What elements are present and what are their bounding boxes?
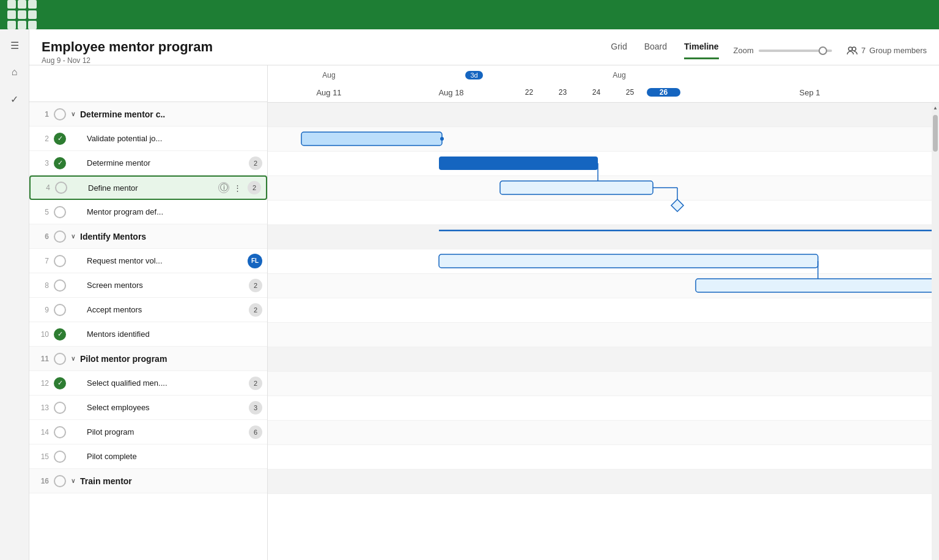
date-25: 25 bbox=[613, 88, 647, 97]
status-circle[interactable]: ✓ bbox=[54, 328, 66, 341]
project-title: Employee mentor program bbox=[42, 39, 213, 55]
task-row[interactable]: 14Pilot program6 bbox=[29, 420, 267, 444]
status-circle[interactable] bbox=[54, 206, 66, 218]
row-number: 8 bbox=[34, 281, 49, 290]
timeline-grid-row bbox=[268, 298, 939, 323]
group-members-button[interactable]: 7 Group members bbox=[847, 45, 927, 56]
timeline-grid-row bbox=[268, 103, 939, 127]
home-icon[interactable]: ⌂ bbox=[6, 64, 23, 81]
task-row[interactable]: 10✓Mentors identified bbox=[29, 322, 267, 347]
check-icon[interactable]: ✓ bbox=[6, 90, 23, 108]
status-circle[interactable] bbox=[54, 279, 66, 292]
status-circle[interactable] bbox=[54, 402, 66, 414]
task-row[interactable]: 13Select employees3 bbox=[29, 396, 267, 420]
chevron-icon[interactable]: ∨ bbox=[71, 111, 75, 117]
status-circle[interactable] bbox=[54, 353, 66, 365]
status-circle[interactable] bbox=[54, 108, 66, 120]
tab-timeline[interactable]: Timeline bbox=[684, 42, 719, 59]
info-icon[interactable]: ⓘ bbox=[218, 182, 229, 193]
badge: 2 bbox=[248, 181, 261, 194]
status-circle[interactable]: ✓ bbox=[54, 133, 66, 145]
status-circle[interactable] bbox=[54, 475, 66, 487]
zoom-thumb[interactable] bbox=[819, 46, 827, 55]
timeline-body: ▲ bbox=[268, 103, 939, 560]
chevron-icon[interactable]: ∨ bbox=[71, 355, 75, 362]
tab-board[interactable]: Board bbox=[644, 42, 667, 59]
badge: 2 bbox=[249, 157, 262, 170]
row-number: 5 bbox=[34, 208, 49, 216]
badge: 3 bbox=[249, 401, 262, 414]
task-row[interactable]: 8Screen mentors2 bbox=[29, 273, 267, 298]
row-number: 15 bbox=[34, 452, 49, 461]
row-number: 14 bbox=[34, 428, 49, 437]
status-circle[interactable] bbox=[54, 451, 66, 463]
row-number: 16 bbox=[34, 477, 49, 485]
badge: 6 bbox=[249, 426, 262, 439]
task-row[interactable]: 12✓Select qualified men....2 bbox=[29, 371, 267, 396]
date-aug18: Aug 18 bbox=[390, 88, 512, 97]
timeline-grid-row bbox=[268, 176, 939, 201]
task-row[interactable]: 9Accept mentors2 bbox=[29, 298, 267, 322]
timeline-grid-row bbox=[268, 421, 939, 445]
group-members-icon bbox=[847, 45, 858, 56]
badge: 2 bbox=[249, 279, 262, 292]
app-launcher-icon[interactable] bbox=[7, 0, 37, 29]
task-row[interactable]: 3✓Determine mentor2 bbox=[29, 151, 267, 175]
scrollbar-thumb[interactable] bbox=[933, 115, 938, 152]
status-circle[interactable] bbox=[54, 426, 66, 438]
task-name: Validate potential jo... bbox=[87, 134, 262, 143]
task-row[interactable]: 4Define mentorⓘ⋮2 bbox=[29, 175, 267, 200]
zoom-slider[interactable] bbox=[759, 50, 832, 52]
svg-point-1 bbox=[852, 47, 856, 51]
task-name: Determine mentor bbox=[87, 158, 244, 168]
row-number: 1 bbox=[34, 110, 49, 119]
timeline-grid-row bbox=[268, 396, 939, 421]
task-name: Pilot mentor program bbox=[80, 354, 262, 364]
chevron-icon[interactable]: ∨ bbox=[71, 233, 75, 240]
task-row[interactable]: 5Mentor program def... bbox=[29, 200, 267, 224]
status-circle[interactable] bbox=[54, 304, 66, 316]
date-group-3d: 3d bbox=[390, 71, 558, 79]
row-number: 9 bbox=[34, 306, 49, 314]
row-number: 10 bbox=[34, 330, 49, 339]
task-row[interactable]: 6∨Identify Mentors bbox=[29, 224, 267, 249]
task-row[interactable]: 16∨Train mentor bbox=[29, 469, 267, 493]
task-list: 1∨Determine mentor c..2✓Validate potenti… bbox=[29, 65, 268, 560]
timeline-grid-row bbox=[268, 323, 939, 347]
status-circle[interactable] bbox=[54, 255, 66, 267]
content-area: 1∨Determine mentor c..2✓Validate potenti… bbox=[29, 65, 939, 560]
status-circle[interactable]: ✓ bbox=[54, 377, 66, 389]
row-number: 13 bbox=[34, 403, 49, 412]
status-circle[interactable] bbox=[55, 182, 67, 194]
date-26-today: 26 bbox=[647, 88, 680, 97]
group-members-count: 7 bbox=[861, 46, 866, 55]
date-23: 23 bbox=[546, 88, 580, 97]
tab-grid[interactable]: Grid bbox=[611, 42, 627, 59]
status-circle[interactable] bbox=[54, 230, 66, 243]
chevron-icon[interactable]: ∨ bbox=[71, 477, 75, 484]
scrollbar[interactable]: ▲ bbox=[932, 103, 939, 560]
group-members-label: Group members bbox=[869, 46, 927, 55]
badge: 2 bbox=[249, 377, 262, 390]
scroll-up-arrow[interactable]: ▲ bbox=[932, 103, 939, 112]
row-icons: ⓘ⋮ bbox=[218, 182, 243, 193]
status-circle[interactable]: ✓ bbox=[54, 157, 66, 169]
task-name: Mentor program def... bbox=[87, 207, 262, 216]
task-name: Accept mentors bbox=[87, 305, 244, 314]
task-row[interactable]: 7Request mentor vol...FL bbox=[29, 249, 267, 273]
timeline-header: Aug 3d Aug Aug 11 Aug 18 22 23 24 25 26 bbox=[268, 65, 939, 103]
task-name: Pilot complete bbox=[87, 452, 262, 461]
task-row[interactable]: 2✓Validate potential jo... bbox=[29, 127, 267, 151]
date-group-aug1: Aug bbox=[268, 71, 390, 79]
timeline-grid-row bbox=[268, 274, 939, 298]
task-row[interactable]: 1∨Determine mentor c.. bbox=[29, 102, 267, 127]
date-group-aug2: Aug bbox=[558, 71, 680, 79]
more-options-icon[interactable]: ⋮ bbox=[232, 182, 243, 193]
task-row[interactable]: 11∨Pilot mentor program bbox=[29, 347, 267, 371]
task-row[interactable]: 15Pilot complete bbox=[29, 444, 267, 469]
row-number: 11 bbox=[34, 355, 49, 363]
menu-icon[interactable]: ☰ bbox=[6, 37, 23, 54]
project-header: Employee mentor program Aug 9 - Nov 12 G… bbox=[29, 29, 939, 65]
timeline-grid-row bbox=[268, 249, 939, 274]
project-dates: Aug 9 - Nov 12 bbox=[42, 56, 213, 65]
